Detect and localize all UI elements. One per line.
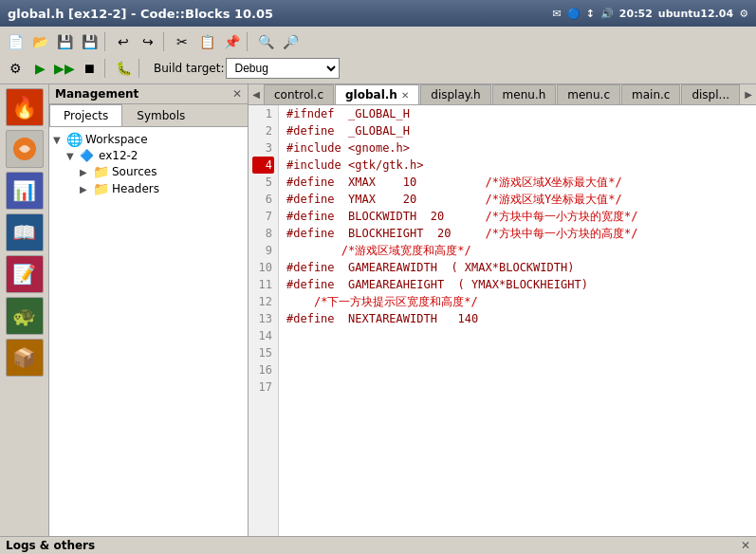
management-close[interactable]: ✕ <box>232 87 242 101</box>
tab-scroll-left[interactable]: ◀ <box>249 84 264 104</box>
line-num-4: 4 <box>252 157 274 174</box>
project-label: ex12-2 <box>99 149 138 162</box>
code-line-1: #ifndef _GLOBAL_H <box>286 105 748 122</box>
volume-icon: 🔊 <box>600 8 614 20</box>
editor-tab-menu-h[interactable]: menu.h <box>492 84 557 104</box>
search-button[interactable]: 🔍 <box>254 31 277 52</box>
line-num-9: 9 <box>252 242 274 259</box>
sidebar-icon-6[interactable]: 🐢 <box>6 297 44 335</box>
sidebar-icon-4[interactable]: 📖 <box>6 213 44 251</box>
build-target-select[interactable]: Debug <box>226 58 340 79</box>
sources-arrow: ▶ <box>80 167 93 177</box>
build-run-button[interactable]: ▶▶ <box>53 58 76 79</box>
time-display: 20:52 <box>619 8 653 20</box>
replace-button[interactable]: 🔎 <box>279 31 302 52</box>
tree-sources[interactable]: ▶ 📁 Sources <box>53 163 244 180</box>
toolbar-sep-2 <box>163 32 167 51</box>
management-header: Management ✕ <box>49 84 248 104</box>
new-button[interactable]: 📄 <box>4 31 27 52</box>
line-num-16: 16 <box>252 361 274 379</box>
line-num-1: 1 <box>252 105 274 122</box>
code-line-16: /*下一方块提示区宽度和高度*/ <box>286 293 748 310</box>
build-target-label: Build target: <box>154 62 224 75</box>
save-all-button[interactable]: 💾 <box>78 31 101 52</box>
sidebar-icon-2[interactable] <box>6 130 44 168</box>
code-line-2: #define _GLOBAL_H <box>286 122 748 139</box>
code-line-9: #define BLOCKWIDTH 20 /*方块中每一小方块的宽度*/ <box>286 208 748 225</box>
code-line-5: #include <gtk/gtk.h> <box>286 157 748 174</box>
editor-area: ◀ control.c global.h ✕ display.h menu.h … <box>249 84 756 536</box>
code-line-4: #include <gnome.h> <box>286 139 748 157</box>
save-button[interactable]: 💾 <box>53 31 76 52</box>
editor-tab-displ[interactable]: displ... <box>681 84 740 104</box>
sidebar-icon-3[interactable]: 📊 <box>6 172 44 210</box>
toolbar-sep-5 <box>138 59 142 78</box>
code-line-14: #define GAMEAREAHEIGHT ( YMAX*BLOCKHEIGH… <box>286 276 748 293</box>
sidebar-icon-1[interactable]: 🔥 <box>6 88 44 126</box>
toolbar-area: 📄 📂 💾 💾 ↩ ↪ ✂ 📋 📌 🔍 🔎 ⚙ ▶ ▶▶ ⏹ 🐛 Build t… <box>0 27 756 84</box>
open-button[interactable]: 📂 <box>28 31 51 52</box>
code-view[interactable]: 1 2 3 4 5 6 7 8 9 10 11 12 13 14 15 16 1… <box>249 105 756 536</box>
line-num-12: 12 <box>252 293 274 310</box>
toolbar-sep-1 <box>104 32 108 51</box>
toolbar-row-2: ⚙ ▶ ▶▶ ⏹ 🐛 Build target: Debug <box>0 55 756 82</box>
tree-project[interactable]: ▼ 🔷 ex12-2 <box>53 148 244 163</box>
cut-button[interactable]: ✂ <box>171 31 194 52</box>
toolbar-sep-4 <box>104 59 108 78</box>
headers-icon: 📁 <box>93 181 110 196</box>
window-title: global.h [ex12-2] - Code::Blocks 10.05 <box>8 7 552 21</box>
code-line-7: #define XMAX 10 /*游戏区域X坐标最大值*/ <box>286 174 748 191</box>
line-num-11: 11 <box>252 276 274 293</box>
settings-icon: ⚙ <box>739 8 748 20</box>
code-line-12: /*游戏区域宽度和高度*/ <box>286 242 748 259</box>
main-layout: 🔥 📊 📖 📝 🐢 📦 Management ✕ Projects Symbol… <box>0 84 756 536</box>
undo-button[interactable]: ↩ <box>112 31 135 52</box>
copy-button[interactable]: 📋 <box>195 31 218 52</box>
editor-tab-display-h[interactable]: display.h <box>420 84 490 104</box>
editor-tab-control-c[interactable]: control.c <box>264 84 334 104</box>
run-button[interactable]: ▶ <box>28 58 51 79</box>
sidebar-icon-5[interactable]: 📝 <box>6 255 44 293</box>
code-line-10: #define BLOCKHEIGHT 20 /*方块中每一小方块的高度*/ <box>286 225 748 242</box>
line-num-3: 3 <box>252 139 274 157</box>
sources-icon: 📁 <box>93 164 110 179</box>
line-num-6: 6 <box>252 191 274 208</box>
logs-close[interactable]: ✕ <box>741 539 750 552</box>
tab-projects[interactable]: Projects <box>49 104 122 126</box>
line-num-8: 8 <box>252 225 274 242</box>
editor-tab-main-c[interactable]: main.c <box>621 84 680 104</box>
bluetooth-icon: 🔵 <box>567 8 581 20</box>
tab-close-global-h[interactable]: ✕ <box>401 90 409 101</box>
editor-tab-menu-c[interactable]: menu.c <box>557 84 620 104</box>
debug-button[interactable]: 🐛 <box>112 58 135 79</box>
stop-button[interactable]: ⏹ <box>78 58 101 79</box>
workspace-label: Workspace <box>85 133 148 146</box>
titlebar-icons: ✉ 🔵 ↕ 🔊 20:52 ubuntu12.04 ⚙ <box>552 8 748 20</box>
toolbar-row-1: 📄 📂 💾 💾 ↩ ↪ ✂ 📋 📌 🔍 🔎 <box>0 28 756 55</box>
tab-scroll-right[interactable]: ▶ <box>741 84 756 104</box>
logs-title: Logs & others <box>6 539 95 552</box>
panel-tab-bar: Projects Symbols <box>49 104 248 127</box>
editor-tab-strip: ◀ control.c global.h ✕ display.h menu.h … <box>249 84 756 105</box>
code-line-13: #define GAMEAREAWIDTH ( XMAX*BLOCKWIDTH) <box>286 259 748 276</box>
project-arrow: ▼ <box>66 151 80 161</box>
line-num-2: 2 <box>252 122 274 139</box>
line-num-17: 17 <box>252 379 274 396</box>
network-icon: ↕ <box>586 8 595 20</box>
editor-tab-global-h[interactable]: global.h ✕ <box>335 84 419 104</box>
line-num-10: 10 <box>252 259 274 276</box>
paste-button[interactable]: 📌 <box>220 31 243 52</box>
build-all-button[interactable]: ⚙ <box>4 58 27 79</box>
tab-symbols[interactable]: Symbols <box>122 104 199 126</box>
tree-workspace[interactable]: ▼ 🌐 Workspace <box>53 131 244 148</box>
logs-panel: Logs & others ✕ ◀ 🐛 Debugger 🔨 Build log… <box>0 536 756 554</box>
headers-label: Headers <box>112 182 159 195</box>
logs-header: Logs & others ✕ <box>0 537 756 554</box>
tree-headers[interactable]: ▶ 📁 Headers <box>53 180 244 197</box>
line-num-5: 5 <box>252 174 274 191</box>
redo-button[interactable]: ↪ <box>137 31 159 52</box>
code-editor[interactable]: #ifndef _GLOBAL_H #define _GLOBAL_H #inc… <box>279 105 756 536</box>
sidebar-icon-7[interactable]: 📦 <box>6 339 44 377</box>
toolbar-sep-3 <box>247 32 250 51</box>
app-sidebar: 🔥 📊 📖 📝 🐢 📦 <box>0 84 49 536</box>
